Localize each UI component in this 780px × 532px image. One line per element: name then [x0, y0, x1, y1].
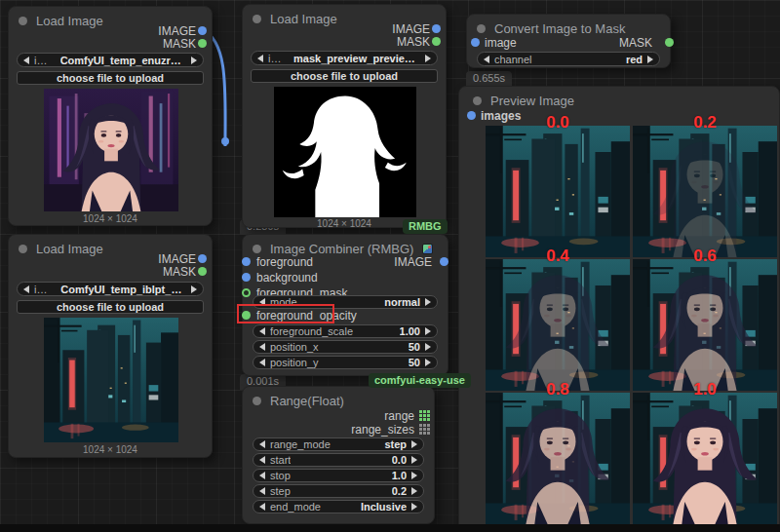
output-slot-image[interactable]: [440, 257, 448, 266]
stop-widget[interactable]: stop 1.0: [253, 469, 424, 482]
widget-label: mode: [270, 296, 297, 308]
next-arrow-icon[interactable]: [411, 487, 417, 495]
node-title: Range(Float): [270, 394, 344, 408]
widget-label: image: [34, 55, 56, 66]
node-header[interactable]: Image Combiner (RMBG): [253, 242, 433, 256]
next-arrow-icon[interactable]: [425, 327, 431, 335]
prev-arrow-icon[interactable]: [259, 327, 265, 335]
rmbg-badge: RMBG: [403, 219, 448, 234]
preview-cell: 0.6: [633, 259, 777, 391]
next-arrow-icon[interactable]: [425, 343, 431, 351]
node-load-image-2[interactable]: Load Image IMAGE MASK image ComfyUI_temp…: [8, 234, 213, 458]
node-header[interactable]: Load Image: [19, 14, 103, 28]
image-icon: [422, 244, 433, 254]
collapse-dot-icon[interactable]: [19, 17, 27, 25]
opacity-value-label: 1.0: [633, 380, 777, 399]
list-output-slot-range[interactable]: [419, 410, 430, 421]
collapse-dot-icon[interactable]: [477, 24, 486, 33]
collapse-dot-icon[interactable]: [253, 245, 261, 253]
preview-cell: 0.4: [486, 259, 630, 391]
output-slot-mask[interactable]: [198, 39, 207, 48]
input-slot-foreground-opacity[interactable]: [242, 311, 251, 320]
next-arrow-icon[interactable]: [425, 359, 431, 366]
node-header[interactable]: Preview Image: [473, 94, 574, 108]
prev-arrow-icon[interactable]: [23, 57, 29, 64]
input-slot-foreground[interactable]: [242, 257, 251, 266]
prev-arrow-icon[interactable]: [23, 285, 29, 293]
node-preview-image[interactable]: Preview Image images 0.0 0.2 0.4 0.6 0.8…: [458, 86, 780, 532]
prev-arrow-icon[interactable]: [484, 56, 489, 63]
next-arrow-icon[interactable]: [191, 57, 197, 64]
widget-value: 0.2: [392, 485, 407, 497]
next-arrow-icon[interactable]: [411, 472, 417, 479]
next-arrow-icon[interactable]: [411, 503, 417, 511]
mode-widget[interactable]: mode normal: [253, 295, 438, 309]
end-mode-widget[interactable]: end_mode Inclusive: [253, 500, 424, 513]
choose-file-button[interactable]: choose file to upload: [17, 71, 204, 85]
range-mode-widget[interactable]: range_mode step: [253, 437, 424, 451]
step-widget[interactable]: step 0.2: [253, 484, 424, 498]
input-label-image: image: [485, 36, 517, 50]
next-arrow-icon[interactable]: [425, 55, 431, 62]
widget-value: 0.0: [392, 454, 407, 466]
position-x-widget[interactable]: position_x 50: [253, 340, 438, 354]
input-slot-foreground-mask[interactable]: [242, 288, 251, 297]
node-range-float[interactable]: Range(Float) range range_sizes range_mod…: [242, 386, 435, 524]
preview-cell: 0.2: [633, 126, 777, 257]
foreground-scale-widget[interactable]: foreground_scale 1.00: [253, 324, 438, 338]
output-slot-image[interactable]: [432, 24, 441, 33]
collapse-dot-icon[interactable]: [253, 15, 261, 23]
input-slot-image[interactable]: [471, 38, 480, 47]
choose-file-button[interactable]: choose file to upload: [251, 69, 438, 83]
node-header[interactable]: Range(Float): [253, 394, 344, 408]
prev-arrow-icon[interactable]: [259, 503, 265, 511]
output-label-mask: MASK: [397, 35, 430, 49]
output-label-mask: MASK: [163, 265, 196, 279]
widget-value: step: [384, 438, 407, 450]
next-arrow-icon[interactable]: [411, 456, 417, 464]
prev-arrow-icon[interactable]: [259, 298, 265, 306]
collapse-dot-icon[interactable]: [253, 397, 261, 405]
next-arrow-icon[interactable]: [647, 56, 653, 63]
image-combo-widget[interactable]: image mask_preview_preview_gzrvy_00...: [251, 51, 438, 65]
node-header[interactable]: Load Image: [19, 242, 103, 256]
node-title: Load Image: [270, 12, 337, 26]
output-slot-mask[interactable]: [198, 267, 207, 276]
node-load-image-1[interactable]: Load Image IMAGE MASK image ComfyUI_temp…: [8, 6, 213, 226]
collapse-dot-icon[interactable]: [473, 96, 482, 105]
list-output-slot-range-sizes[interactable]: [419, 424, 430, 435]
choose-file-button[interactable]: choose file to upload: [17, 300, 204, 314]
output-slot-mask[interactable]: [432, 37, 441, 46]
image-combo-widget[interactable]: image ComfyUI_temp_enuzr_00004_.png: [17, 53, 204, 67]
prev-arrow-icon[interactable]: [259, 343, 265, 351]
opacity-value-label: 0.4: [486, 247, 630, 266]
prev-arrow-icon[interactable]: [259, 440, 265, 448]
next-arrow-icon[interactable]: [191, 285, 197, 293]
prev-arrow-icon[interactable]: [259, 359, 265, 366]
output-label-image: IMAGE: [392, 22, 430, 36]
start-widget[interactable]: start 0.0: [253, 453, 424, 467]
image-combo-widget[interactable]: image ComfyUI_temp_iblpt_00002_.png: [17, 282, 204, 296]
position-y-widget[interactable]: position_y 50: [253, 356, 438, 369]
input-slot-images[interactable]: [467, 111, 476, 120]
prev-arrow-icon[interactable]: [259, 472, 265, 479]
node-load-image-mask[interactable]: Load Image IMAGE MASK image mask_preview…: [242, 4, 447, 228]
prev-arrow-icon[interactable]: [257, 55, 263, 62]
next-arrow-icon[interactable]: [411, 440, 417, 448]
output-slot-image[interactable]: [198, 26, 207, 35]
node-image-combiner[interactable]: Image Combiner (RMBG) foreground backgro…: [242, 234, 448, 376]
next-arrow-icon[interactable]: [425, 298, 431, 306]
widget-value: Inclusive: [361, 501, 407, 513]
channel-widget[interactable]: channel red: [477, 52, 660, 66]
prev-arrow-icon[interactable]: [259, 487, 265, 495]
node-convert-image-to-mask[interactable]: Convert Image to Mask image MASK channel…: [466, 14, 671, 68]
collapse-dot-icon[interactable]: [19, 245, 27, 253]
opacity-value-label: 0.8: [486, 380, 630, 399]
output-slot-mask[interactable]: [665, 38, 674, 47]
output-slot-image[interactable]: [198, 254, 207, 263]
node-header[interactable]: Load Image: [253, 12, 337, 26]
prev-arrow-icon[interactable]: [259, 456, 265, 464]
node-header[interactable]: Convert Image to Mask: [477, 21, 625, 36]
input-slot-background[interactable]: [242, 273, 251, 282]
node-title: Load Image: [36, 14, 103, 28]
